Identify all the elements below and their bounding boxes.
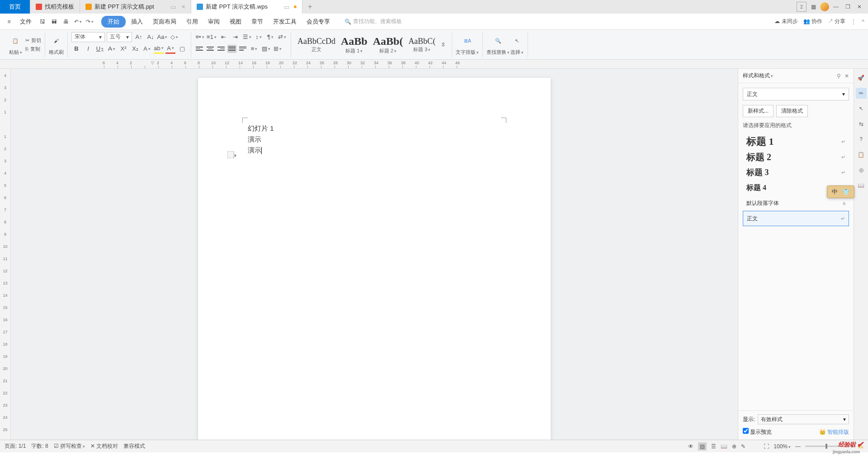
- style-body[interactable]: AaBbCcDd正文: [295, 36, 338, 54]
- numbering-button[interactable]: ≡1: [207, 32, 217, 42]
- style-more-button[interactable]: ⇳: [438, 40, 448, 50]
- cut-button[interactable]: ✂剪切: [25, 37, 41, 44]
- menu-start[interactable]: 开始: [101, 16, 126, 28]
- print-icon[interactable]: 🖶: [61, 16, 71, 27]
- text-layout-button[interactable]: ≣A文字排版: [456, 33, 479, 56]
- apps-icon[interactable]: ▦: [808, 2, 818, 12]
- close-panel-button[interactable]: ✕: [844, 73, 849, 79]
- style-h1[interactable]: AaBb标题 1: [338, 34, 370, 55]
- menu-insert[interactable]: 插入: [127, 16, 147, 28]
- increase-indent-button[interactable]: ⇥: [230, 32, 240, 42]
- badge-2[interactable]: 2: [797, 2, 807, 12]
- new-tab-button[interactable]: +: [302, 0, 317, 14]
- style-item-body[interactable]: 正文↵: [743, 211, 849, 226]
- view-page-icon[interactable]: ▤: [698, 442, 707, 451]
- smart-layout-link[interactable]: 👑 智能排版: [819, 428, 849, 436]
- eye-icon[interactable]: 👁: [688, 443, 693, 450]
- menu-section[interactable]: 章节: [247, 16, 268, 28]
- menu-layout[interactable]: 页面布局: [148, 16, 181, 28]
- sort-button[interactable]: ☰: [242, 32, 252, 42]
- font-size-select[interactable]: 五号▾: [107, 32, 132, 42]
- fit-icon[interactable]: ⛶: [764, 443, 769, 450]
- format-painter-button[interactable]: 🖌 格式刷: [49, 33, 64, 56]
- word-count[interactable]: 字数: 8: [31, 442, 48, 450]
- menu-devtools[interactable]: 开发工具: [269, 16, 301, 28]
- new-style-button[interactable]: 新样式...: [743, 105, 774, 117]
- select-tool-icon[interactable]: ↖: [856, 103, 867, 114]
- underline-button[interactable]: U: [95, 44, 105, 54]
- style-item-h1[interactable]: 标题 1↵: [743, 134, 849, 149]
- para-spacing-button[interactable]: ≡: [249, 44, 259, 54]
- settings-icon[interactable]: ⇆: [856, 119, 867, 129]
- save-icon[interactable]: 🖫: [37, 16, 48, 27]
- select-button[interactable]: ↖选择: [509, 33, 524, 56]
- undo-button[interactable]: ↶: [72, 16, 83, 27]
- show-marks-button[interactable]: ¶: [265, 32, 275, 42]
- target-icon[interactable]: ◎: [856, 165, 867, 176]
- menu-member[interactable]: 会员专享: [302, 16, 335, 28]
- superscript-button[interactable]: X²: [118, 44, 128, 54]
- decrease-indent-button[interactable]: ⇤: [218, 32, 228, 42]
- increase-font-button[interactable]: A↑: [134, 32, 144, 42]
- tab-ppt[interactable]: 新建 PPT 演示文稿.ppt▭✕: [80, 0, 191, 14]
- page-indicator[interactable]: 页面: 1/1: [5, 442, 26, 450]
- align-center-button[interactable]: [206, 45, 215, 53]
- eyedropper-icon[interactable]: ✏: [856, 88, 867, 99]
- copy-button[interactable]: ⎘复制: [25, 46, 41, 52]
- view-web-icon[interactable]: ⊕: [732, 443, 736, 450]
- change-case-button[interactable]: Aa: [157, 32, 167, 42]
- bullets-button[interactable]: ≡•: [195, 32, 205, 42]
- zoom-value[interactable]: 100%: [774, 443, 791, 450]
- book-icon[interactable]: 📖: [856, 180, 867, 191]
- decrease-font-button[interactable]: A↓: [146, 32, 156, 42]
- help-icon[interactable]: ?: [856, 134, 867, 145]
- avatar[interactable]: [820, 2, 829, 11]
- close-button[interactable]: ✕: [854, 2, 864, 12]
- char-border-button[interactable]: ▢: [177, 44, 187, 54]
- view-read-icon[interactable]: 📖: [721, 443, 727, 450]
- spellcheck-toggle[interactable]: ☑ 拼写检查: [54, 442, 85, 450]
- shading-button[interactable]: ▨: [261, 44, 271, 54]
- search-box[interactable]: 🔍 查找功能、搜索模板: [344, 18, 402, 25]
- paste-options-button[interactable]: [227, 151, 236, 159]
- redo-button[interactable]: ↷: [84, 16, 95, 27]
- tab-button[interactable]: ⇄: [277, 32, 287, 42]
- preview-checkbox[interactable]: 显示预览: [743, 428, 772, 436]
- style-h3[interactable]: AaBbC(标题 3: [406, 36, 438, 54]
- pin-icon[interactable]: ⚲: [837, 73, 841, 79]
- view-outline-icon[interactable]: ☰: [711, 443, 716, 450]
- tab-wps-active[interactable]: 新建 PPT 演示文稿.wps▭: [191, 0, 302, 14]
- sync-status[interactable]: ☁ 未同步: [774, 18, 797, 25]
- rocket-icon[interactable]: 🚀: [856, 72, 867, 83]
- menu-review[interactable]: 审阅: [203, 16, 224, 28]
- style-item-h3[interactable]: 标题 3↵: [743, 165, 849, 180]
- menu-reference[interactable]: 引用: [182, 16, 203, 28]
- minimize-button[interactable]: —: [831, 2, 841, 12]
- style-h2[interactable]: AaBb(标题 2: [370, 34, 406, 55]
- bold-button[interactable]: B: [71, 44, 81, 54]
- chevron-up-icon[interactable]: ^: [862, 19, 864, 25]
- clear-format-button[interactable]: ◇: [169, 32, 179, 42]
- align-right-button[interactable]: [217, 45, 226, 53]
- zoom-out-button[interactable]: —: [795, 443, 801, 450]
- maximize-button[interactable]: ❐: [843, 2, 853, 12]
- indent-marker-icon[interactable]: ▽: [151, 61, 154, 65]
- tab-templates[interactable]: 找稻壳模板: [30, 0, 80, 14]
- align-left-button[interactable]: [195, 45, 204, 53]
- chevron-down-icon[interactable]: ⋮: [851, 19, 856, 25]
- edit-icon[interactable]: ✎: [741, 443, 745, 450]
- font-name-select[interactable]: 宋体▾: [71, 32, 105, 42]
- subscript-button[interactable]: X₂: [130, 44, 140, 54]
- clipboard-tool-icon[interactable]: 📋: [856, 149, 867, 160]
- line-spacing-button[interactable]: ↕: [254, 32, 264, 42]
- menu-file[interactable]: 文件: [15, 16, 36, 28]
- align-distribute-button[interactable]: [238, 45, 247, 53]
- italic-button[interactable]: I: [83, 44, 93, 54]
- tab-menu-icon[interactable]: ▭: [170, 4, 176, 10]
- hamburger-icon[interactable]: ≡: [4, 16, 14, 27]
- strike-button[interactable]: A̶: [107, 44, 117, 54]
- proofread-button[interactable]: ✕ 文档校对: [90, 442, 118, 450]
- border-button[interactable]: ⊞: [273, 44, 283, 54]
- menu-view[interactable]: 视图: [225, 16, 246, 28]
- find-replace-button[interactable]: 🔍查找替换: [486, 33, 509, 56]
